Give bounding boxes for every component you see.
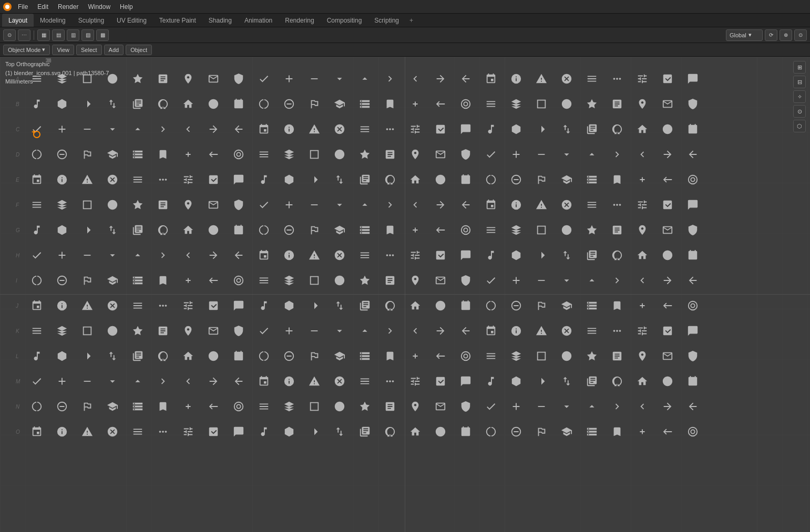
- icon-cell-11-9[interactable]: [251, 343, 276, 369]
- icon-cell-9-3[interactable]: [100, 293, 125, 318]
- icon-cell-2-6[interactable]: [176, 117, 201, 142]
- icon-cell-6-6[interactable]: [176, 217, 201, 243]
- toolbar-editor-5[interactable]: ▩: [96, 29, 109, 41]
- icon-cell-4-14[interactable]: [377, 167, 403, 192]
- icon-cell-6-18[interactable]: [478, 217, 504, 243]
- icon-cell-4-25[interactable]: [655, 167, 680, 192]
- icon-cell-0-8[interactable]: [226, 66, 251, 91]
- icon-cell-10-21[interactable]: [554, 318, 579, 343]
- icon-cell-11-25[interactable]: [655, 343, 680, 369]
- icon-cell-3-1[interactable]: [49, 142, 75, 167]
- icon-cell-13-5[interactable]: [150, 394, 176, 419]
- icon-cell-0-13[interactable]: [352, 66, 377, 91]
- icon-cell-1-15[interactable]: [403, 91, 428, 117]
- icon-cell-0-17[interactable]: [453, 66, 478, 91]
- icon-cell-3-22[interactable]: [579, 142, 604, 167]
- icon-cell-0-18[interactable]: [478, 66, 504, 91]
- icon-cell-1-22[interactable]: [579, 91, 604, 117]
- icon-cell-7-5[interactable]: [150, 243, 176, 268]
- icon-cell-11-15[interactable]: [403, 343, 428, 369]
- icon-cell-5-4[interactable]: [125, 192, 150, 217]
- icon-cell-6-23[interactable]: [604, 217, 630, 243]
- icon-cell-10-12[interactable]: [327, 318, 352, 343]
- icon-cell-10-11[interactable]: [302, 318, 327, 343]
- icon-cell-5-22[interactable]: [579, 192, 604, 217]
- icon-cell-6-7[interactable]: [201, 217, 226, 243]
- icon-cell-10-6[interactable]: [176, 318, 201, 343]
- icon-cell-4-6[interactable]: [176, 167, 201, 192]
- icon-cell-2-15[interactable]: [403, 117, 428, 142]
- icon-cell-9-14[interactable]: [377, 293, 403, 318]
- icon-cell-8-3[interactable]: [100, 268, 125, 293]
- icon-cell-12-0[interactable]: [24, 369, 49, 394]
- icon-cell-9-1[interactable]: [49, 293, 75, 318]
- icon-cell-3-20[interactable]: [529, 142, 554, 167]
- icon-cell-2-16[interactable]: [428, 117, 453, 142]
- icon-cell-14-22[interactable]: [579, 419, 604, 444]
- icon-cell-14-14[interactable]: [377, 419, 403, 444]
- icon-cell-0-20[interactable]: [529, 66, 554, 91]
- icon-cell-6-26[interactable]: [680, 217, 705, 243]
- icon-cell-6-14[interactable]: [377, 217, 403, 243]
- icon-cell-5-13[interactable]: [352, 192, 377, 217]
- icon-cell-8-25[interactable]: [655, 268, 680, 293]
- icon-cell-8-4[interactable]: [125, 268, 150, 293]
- icon-cell-1-10[interactable]: [276, 91, 302, 117]
- icon-cell-4-18[interactable]: [478, 167, 504, 192]
- icon-cell-7-7[interactable]: [201, 243, 226, 268]
- icon-cell-3-4[interactable]: [125, 142, 150, 167]
- icon-cell-0-11[interactable]: [302, 66, 327, 91]
- icon-cell-12-11[interactable]: [302, 369, 327, 394]
- icon-cell-4-19[interactable]: [504, 167, 529, 192]
- icon-cell-3-13[interactable]: [352, 142, 377, 167]
- icon-cell-2-11[interactable]: [302, 117, 327, 142]
- icon-cell-8-14[interactable]: [377, 268, 403, 293]
- overlay-display-mode-2[interactable]: ⊟: [793, 76, 806, 88]
- icon-cell-7-8[interactable]: [226, 243, 251, 268]
- icon-cell-6-13[interactable]: [352, 217, 377, 243]
- icon-cell-1-23[interactable]: [604, 91, 630, 117]
- icon-cell-13-10[interactable]: [276, 394, 302, 419]
- icon-cell-2-2[interactable]: [75, 117, 100, 142]
- icon-cell-1-0[interactable]: [24, 91, 49, 117]
- icon-cell-2-13[interactable]: [352, 117, 377, 142]
- icon-cell-14-20[interactable]: [529, 419, 554, 444]
- icon-cell-10-14[interactable]: [377, 318, 403, 343]
- icon-cell-10-25[interactable]: [655, 318, 680, 343]
- overlay-display-mode[interactable]: ⊞: [793, 61, 806, 74]
- icon-cell-10-5[interactable]: [150, 318, 176, 343]
- icon-cell-8-13[interactable]: [352, 268, 377, 293]
- icon-cell-7-11[interactable]: [302, 243, 327, 268]
- icon-cell-8-22[interactable]: [579, 268, 604, 293]
- icon-cell-1-11[interactable]: [302, 91, 327, 117]
- toolbar-snap[interactable]: ⋯: [18, 29, 30, 41]
- icon-cell-10-1[interactable]: [49, 318, 75, 343]
- icon-cell-13-23[interactable]: [604, 394, 630, 419]
- icon-cell-14-1[interactable]: [49, 419, 75, 444]
- icon-cell-5-11[interactable]: [302, 192, 327, 217]
- overlay-gizmo[interactable]: ✧: [793, 90, 806, 103]
- icon-cell-3-7[interactable]: [201, 142, 226, 167]
- icon-cell-3-5[interactable]: [150, 142, 176, 167]
- viewport[interactable]: Top Orthographic (1) blender_icons.svg.0…: [0, 57, 810, 532]
- icon-cell-8-11[interactable]: [302, 268, 327, 293]
- object-btn[interactable]: Object: [126, 45, 152, 55]
- icon-cell-6-8[interactable]: [226, 217, 251, 243]
- icon-cell-0-9[interactable]: [251, 66, 276, 91]
- icon-cell-11-12[interactable]: [327, 343, 352, 369]
- icon-cell-11-4[interactable]: [125, 343, 150, 369]
- icon-cell-5-5[interactable]: [150, 192, 176, 217]
- icon-cell-14-19[interactable]: [504, 419, 529, 444]
- icon-cell-7-14[interactable]: [377, 243, 403, 268]
- icon-cell-3-19[interactable]: [504, 142, 529, 167]
- icon-cell-8-12[interactable]: [327, 268, 352, 293]
- icon-cell-11-7[interactable]: [201, 343, 226, 369]
- icon-cell-1-9[interactable]: [251, 91, 276, 117]
- icon-cell-13-20[interactable]: [529, 394, 554, 419]
- icon-cell-9-26[interactable]: [680, 293, 705, 318]
- toolbar-orbit[interactable]: ⟳: [765, 29, 777, 41]
- icon-cell-4-26[interactable]: [680, 167, 705, 192]
- icon-cell-3-25[interactable]: [655, 142, 680, 167]
- tab-texture-paint[interactable]: Texture Paint: [153, 14, 202, 27]
- icon-cell-8-0[interactable]: [24, 268, 49, 293]
